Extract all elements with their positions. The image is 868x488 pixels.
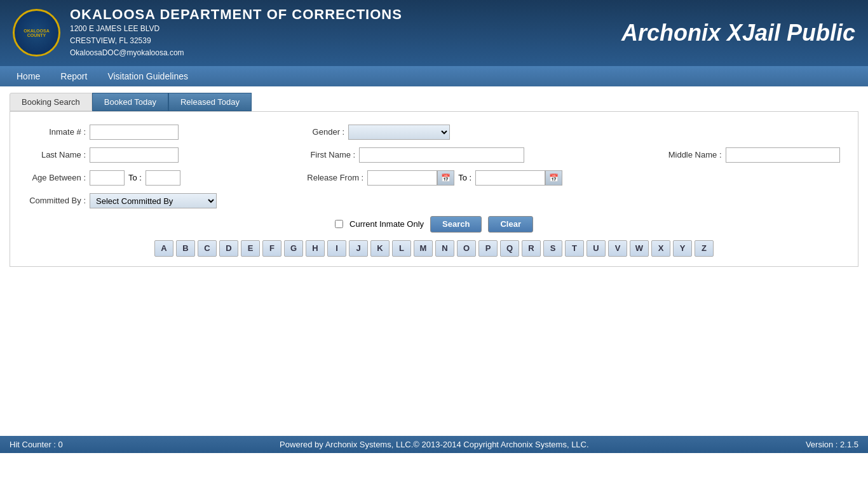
current-inmate-label[interactable]: Current Inmate Only	[349, 219, 424, 229]
address2: CRESTVIEW, FL 32539	[70, 35, 621, 47]
search-form: Inmate # : Gender : Male Female Last Nam…	[10, 111, 858, 267]
current-inmate-checkbox[interactable]	[335, 220, 343, 228]
app-title: Archonix XJail Public	[621, 20, 855, 46]
row-committed: Committed By : Select Committed By	[20, 193, 848, 208]
nav-report[interactable]: Report	[50, 66, 97, 86]
alpha-btn-y[interactable]: Y	[673, 240, 692, 257]
release-from-calendar-btn[interactable]: 📅	[437, 170, 454, 186]
nav-visitation[interactable]: Visitation Guidelines	[97, 66, 198, 86]
alpha-btn-r[interactable]: R	[522, 240, 541, 257]
search-button[interactable]: Search	[430, 216, 482, 233]
logo: OKALOOSACOUNTY	[13, 9, 60, 57]
tab-booked-today[interactable]: Booked Today	[92, 93, 168, 111]
alphabet-row: ABCDEFGHIJKLMNOPQRSTUVWXYZ	[20, 240, 848, 257]
alpha-btn-d[interactable]: D	[219, 240, 238, 257]
row-inmate-gender: Inmate # : Gender : Male Female	[20, 125, 848, 140]
nav-home[interactable]: Home	[6, 66, 50, 86]
address1: 1200 E JAMES LEE BLVD	[70, 23, 621, 35]
header: OKALOOSACOUNTY OKALOOSA DEPARTMENT OF CO…	[0, 0, 868, 66]
alpha-btn-i[interactable]: I	[327, 240, 346, 257]
footer: Hit Counter : 0 Powered by Archonix Syst…	[0, 436, 868, 453]
alpha-btn-x[interactable]: X	[651, 240, 670, 257]
row-search-controls: Current Inmate Only Search Clear	[20, 216, 848, 233]
committed-label: Committed By :	[20, 196, 90, 205]
alpha-btn-g[interactable]: G	[284, 240, 303, 257]
inmate-label: Inmate # :	[20, 127, 90, 137]
tab-released-today[interactable]: Released Today	[168, 93, 252, 111]
age-from-input[interactable]	[90, 170, 125, 186]
release-from-label: Release From :	[304, 173, 367, 182]
firstname-label: First Name :	[302, 150, 359, 159]
age-label: Age Between :	[20, 173, 90, 182]
alpha-btn-w[interactable]: W	[630, 240, 649, 257]
firstname-input[interactable]	[359, 147, 524, 163]
lastname-label: Last Name :	[20, 150, 90, 159]
row-age-release: Age Between : To : Release From : 📅 To :…	[20, 170, 848, 186]
alpha-btn-b[interactable]: B	[176, 240, 195, 257]
alpha-btn-p[interactable]: P	[478, 240, 498, 257]
release-from-input[interactable]	[367, 170, 437, 186]
alpha-btn-k[interactable]: K	[370, 240, 390, 257]
powered-by: Powered by Archonix Systems, LLC.© 2013-…	[280, 440, 588, 449]
alpha-btn-n[interactable]: N	[435, 240, 454, 257]
release-to-calendar-btn[interactable]: 📅	[545, 170, 562, 186]
age-to-label: To :	[128, 173, 142, 182]
header-info: OKALOOSA DEPARTMENT OF CORRECTIONS 1200 …	[70, 6, 621, 60]
inmate-input[interactable]	[90, 125, 179, 140]
clear-button[interactable]: Clear	[488, 216, 533, 233]
alpha-btn-s[interactable]: S	[543, 240, 562, 257]
email: OkaloosaDOC@myokaloosa.com	[70, 47, 621, 59]
dept-name: OKALOOSA DEPARTMENT OF CORRECTIONS	[70, 6, 621, 23]
release-to-label: To :	[458, 173, 471, 182]
alpha-btn-v[interactable]: V	[608, 240, 627, 257]
logo-text: OKALOOSACOUNTY	[21, 26, 51, 40]
committed-select[interactable]: Select Committed By	[90, 193, 217, 208]
alpha-btn-z[interactable]: Z	[695, 240, 714, 257]
middlename-label: Middle Name :	[656, 150, 726, 159]
main-nav: Home Report Visitation Guidelines	[0, 66, 868, 86]
alpha-btn-h[interactable]: H	[306, 240, 325, 257]
gender-select[interactable]: Male Female	[348, 125, 450, 140]
tab-booking-search[interactable]: Booking Search	[10, 93, 92, 111]
alpha-btn-f[interactable]: F	[262, 240, 281, 257]
version: Version : 2.1.5	[806, 440, 858, 449]
alpha-btn-o[interactable]: O	[457, 240, 476, 257]
age-to-input[interactable]	[146, 170, 180, 186]
alpha-btn-t[interactable]: T	[565, 240, 584, 257]
alpha-btn-l[interactable]: L	[392, 240, 411, 257]
alpha-btn-j[interactable]: J	[349, 240, 368, 257]
alpha-btn-m[interactable]: M	[414, 240, 433, 257]
tabs: Booking Search Booked Today Released Tod…	[10, 93, 858, 111]
row-names: Last Name : First Name : Middle Name :	[20, 147, 848, 163]
gender-label: Gender :	[304, 127, 348, 137]
alpha-btn-e[interactable]: E	[241, 240, 260, 257]
alpha-btn-q[interactable]: Q	[500, 240, 519, 257]
middlename-input[interactable]	[726, 147, 840, 163]
lastname-input[interactable]	[90, 147, 179, 163]
alpha-btn-u[interactable]: U	[587, 240, 606, 257]
main-content: Booking Search Booked Today Released Tod…	[0, 86, 868, 436]
hit-counter: Hit Counter : 0	[10, 440, 63, 449]
alpha-btn-c[interactable]: C	[198, 240, 217, 257]
alpha-btn-a[interactable]: A	[154, 240, 173, 257]
release-to-input[interactable]	[475, 170, 545, 186]
